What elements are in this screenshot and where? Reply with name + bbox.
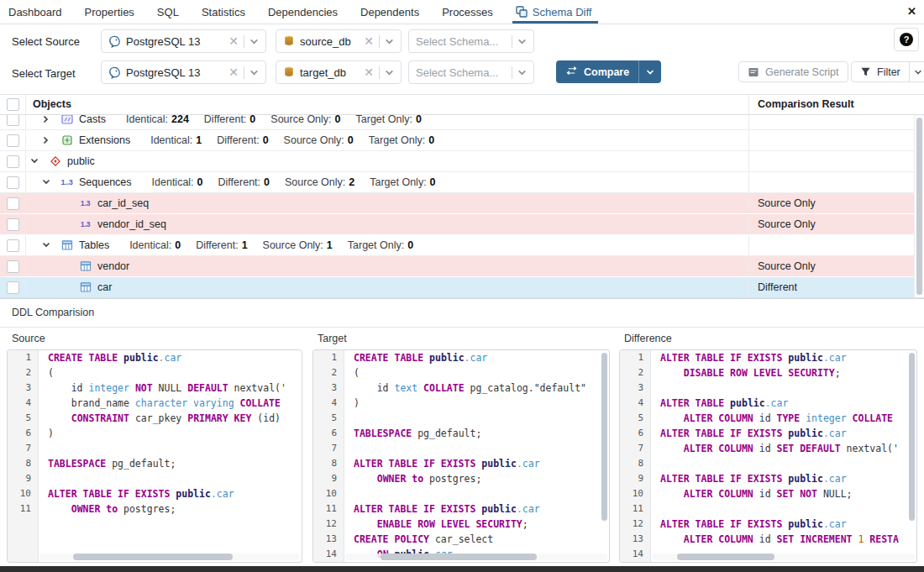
line-number: 10	[620, 486, 650, 501]
line-number: 2	[8, 365, 38, 380]
horizontal-scrollbar-thumb[interactable]	[381, 554, 537, 560]
tab-dependents[interactable]: Dependents	[360, 0, 419, 24]
tab-schema-diff[interactable]: Schema Diff	[516, 0, 592, 24]
scrollbar-thumb[interactable]	[916, 118, 922, 295]
horizontal-scrollbar-thumb[interactable]	[677, 554, 774, 560]
row-label: Extensions	[79, 134, 130, 146]
ddl-target-title: Target	[312, 328, 610, 349]
vertical-scrollbar-thumb[interactable]	[909, 353, 915, 521]
line-number: 2	[313, 365, 344, 380]
line-number: 9	[313, 471, 344, 486]
row-car-id-seq[interactable]: 1.3car_id_seqSource Only	[0, 193, 924, 214]
row-checkbox[interactable]	[7, 155, 19, 168]
result-text: Different	[758, 281, 797, 293]
line-number: 1	[313, 350, 344, 365]
row-extensions[interactable]: ExtensionsIdentical:1Different:0Source O…	[0, 130, 924, 151]
code-text: brand_name character varying COLLATE	[38, 396, 281, 411]
filter-menu-chevron[interactable]	[909, 62, 924, 81]
tab-processes[interactable]: Processes	[442, 0, 493, 24]
tab-sql[interactable]: SQL	[157, 0, 179, 24]
chevron-down-icon[interactable]	[249, 68, 259, 77]
compare-menu-chevron[interactable]	[638, 60, 661, 83]
row-checkbox[interactable]	[7, 239, 19, 252]
filter-button[interactable]: Filter	[851, 61, 924, 82]
chevron-right-icon[interactable]	[42, 135, 50, 145]
ddl-comparison-title: DDL Comparision	[12, 307, 94, 318]
count-target-only: Target Only:0	[356, 115, 422, 125]
generate-script-button[interactable]: Generate Script	[738, 61, 848, 82]
tab-list: DashboardPropertiesSQLStatisticsDependen…	[8, 0, 591, 24]
row-checkbox[interactable]	[7, 260, 19, 273]
target-server-select[interactable]: PostgreSQL 13 ✕	[101, 60, 266, 84]
tab-statistics[interactable]: Statistics	[202, 0, 245, 24]
table-icon	[78, 260, 92, 272]
count-target-only: Target Only:0	[370, 176, 435, 188]
horizontal-scrollbar[interactable]	[652, 554, 915, 560]
source-schema-select[interactable]: Select Schema...	[408, 29, 534, 53]
horizontal-scrollbar-thumb[interactable]	[73, 554, 233, 560]
clear-icon[interactable]: ✕	[228, 35, 239, 47]
chevron-down-icon[interactable]	[517, 37, 527, 46]
clear-icon[interactable]: ✕	[228, 66, 239, 78]
objects-column-header[interactable]: Objects	[26, 95, 748, 114]
object-cell: TablesIdentical:0Different:1Source Only:…	[26, 235, 748, 255]
ddl-difference-editor[interactable]: 1ALTER TABLE IF EXISTS public.car2 DISAB…	[619, 349, 917, 563]
close-icon[interactable]: ✕	[907, 5, 916, 18]
ddl-target-editor[interactable]: 1CREATE TABLE public.car2(3 id text COLL…	[312, 349, 610, 563]
tab-properties[interactable]: Properties	[85, 0, 134, 24]
row-car[interactable]: carDifferent	[0, 277, 924, 298]
vertical-scrollbar-thumb[interactable]	[601, 353, 607, 521]
code-line: 13CREATE POLICY car_select	[313, 532, 609, 547]
chevron-right-icon[interactable]	[42, 115, 50, 124]
tab-dependencies[interactable]: Dependencies	[268, 0, 338, 24]
count-source-only: Source Only:2	[285, 176, 354, 188]
code-text	[650, 380, 660, 396]
row-casts[interactable]: CastsIdentical:224Different:0Source Only…	[0, 115, 924, 130]
line-number: 5	[313, 411, 344, 426]
chevron-down-icon[interactable]	[385, 68, 394, 77]
select-all-checkbox[interactable]	[7, 98, 19, 111]
code-text: ALTER TABLE IF EXISTS public.car	[650, 471, 847, 486]
code-text: TABLESPACE pg_default;	[38, 456, 176, 471]
result-text: Source Only	[758, 197, 816, 209]
result-text: Source Only	[758, 260, 816, 272]
compare-button[interactable]: Compare	[556, 60, 661, 83]
chevron-down-icon[interactable]	[41, 241, 51, 249]
row-checkbox[interactable]	[7, 134, 19, 147]
row-sequences[interactable]: 1..3SequencesIdentical:0Different:0Sourc…	[0, 172, 924, 193]
count-source-only: Source Only:1	[263, 239, 333, 251]
row-vendor[interactable]: vendorSource Only	[0, 256, 924, 277]
grid-vertical-scrollbar[interactable]	[914, 115, 924, 297]
tab-label: Schema Diff	[533, 6, 592, 18]
chevron-down-icon[interactable]	[385, 37, 394, 46]
target-schema-select[interactable]: Select Schema...	[408, 60, 534, 84]
target-database-select[interactable]: target_db ✕	[276, 60, 402, 84]
code-line: 2(	[313, 365, 609, 380]
clear-icon[interactable]: ✕	[364, 35, 374, 47]
row-checkbox[interactable]	[7, 281, 19, 294]
row-checkbox[interactable]	[7, 197, 19, 210]
row-vendor-id-seq[interactable]: 1.3vendor_id_seqSource Only	[0, 214, 924, 235]
filter-icon	[860, 66, 871, 77]
chevron-down-icon[interactable]	[41, 178, 51, 186]
help-button[interactable]: ?	[894, 28, 919, 51]
chevron-down-icon[interactable]	[249, 37, 259, 46]
source-server-select[interactable]: PostgreSQL 13 ✕	[101, 29, 266, 53]
horizontal-scrollbar[interactable]	[345, 554, 607, 560]
chevron-down-icon[interactable]	[517, 68, 527, 77]
source-database-select[interactable]: source_db ✕	[276, 29, 402, 53]
row-checkbox[interactable]	[7, 176, 19, 189]
clear-icon[interactable]: ✕	[364, 66, 374, 78]
row-tables[interactable]: TablesIdentical:0Different:1Source Only:…	[0, 235, 924, 256]
horizontal-scrollbar[interactable]	[39, 554, 300, 560]
row-public[interactable]: public	[0, 151, 924, 172]
tab-bar: DashboardPropertiesSQLStatisticsDependen…	[0, 0, 924, 24]
tab-dashboard[interactable]: Dashboard	[8, 0, 62, 24]
row-checkbox[interactable]	[7, 218, 19, 231]
line-number: 7	[313, 441, 344, 456]
row-checkbox[interactable]	[7, 115, 19, 126]
select-source-label: Select Source	[12, 35, 80, 48]
ddl-source-editor[interactable]: 1CREATE TABLE public.car2(3 id integer N…	[7, 349, 302, 563]
comparison-result-column-header[interactable]: Comparison Result	[748, 95, 924, 114]
chevron-down-icon[interactable]	[29, 157, 39, 165]
